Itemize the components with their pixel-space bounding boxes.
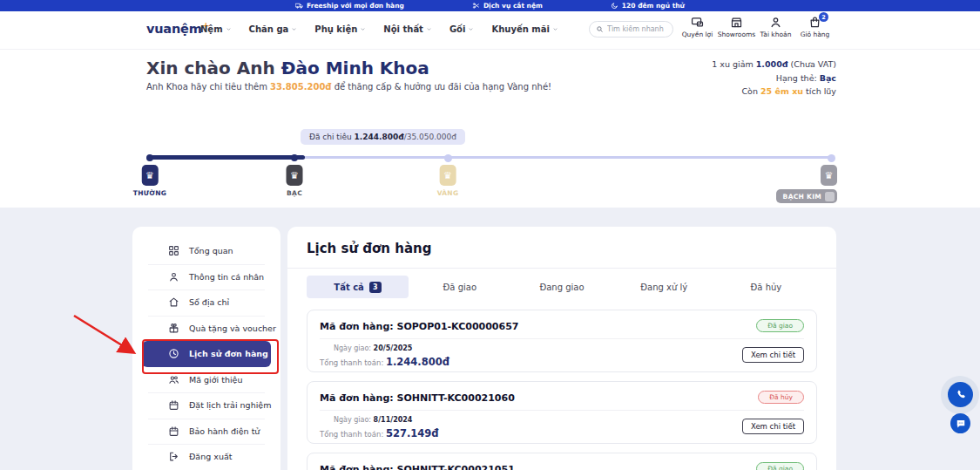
- order-status-badge: Đã giao: [756, 319, 804, 332]
- order-card-header: Mã đơn hàng: SOHNITT-KC00021060 Đã hủy: [320, 391, 804, 404]
- tier-bac: ♛BẠC: [287, 165, 303, 197]
- sidebar-item-qua-tang-va-voucher[interactable]: Quà tặng và voucher: [132, 316, 280, 342]
- sidebar-item-ma-gioi-thieu[interactable]: Mã giới thiệu: [132, 367, 280, 393]
- nav-item-label: Chăn ga: [249, 24, 289, 34]
- home-icon: [168, 296, 179, 308]
- header-action-showrooms[interactable]: Showrooms: [717, 16, 756, 38]
- sidebar-item-tong-quan[interactable]: Tổng quan: [132, 238, 280, 264]
- sidebar-item-dat-lich-trai-nghiem[interactable]: Đặt lịch trải nghiệm: [132, 392, 280, 419]
- phone-button[interactable]: [948, 382, 973, 407]
- sidebar-item-dang-xuat[interactable]: Đăng xuất: [132, 444, 280, 470]
- account-sidebar: Tổng quanThông tin cá nhânSổ địa chỉQuà …: [132, 227, 280, 470]
- chevron-down-icon: [468, 26, 474, 32]
- tab-dang-giao[interactable]: Đang giao: [510, 276, 612, 298]
- nav-item-goi[interactable]: Gối: [449, 24, 475, 34]
- view-detail-button[interactable]: Xem chi tiết: [742, 347, 804, 363]
- nav-item-label: Phụ kiện: [314, 24, 357, 34]
- order-card-divider: [320, 338, 804, 339]
- nav-item-khuyen-mai[interactable]: Khuyến mãi: [491, 24, 558, 34]
- tab-da-giao[interactable]: Đã giao: [409, 276, 510, 298]
- sidebar-item-lich-su-don-hang[interactable]: Lịch sử đơn hàng: [142, 341, 271, 367]
- chat-icon: [956, 419, 966, 429]
- view-detail-button[interactable]: Xem chi tiết: [742, 419, 804, 434]
- gift-icon: [168, 323, 179, 334]
- order-code-value: SOHNITT-KC00021060: [397, 392, 515, 404]
- panel-title: Lịch sử đơn hàng: [307, 241, 817, 256]
- spent-prefix: Đã chi tiêu: [309, 133, 355, 141]
- order-code-label: Mã đơn hàng:: [320, 321, 394, 332]
- tier-value: Bạc: [820, 73, 836, 83]
- card-icon: [691, 16, 704, 29]
- cart-count-badge: 2: [819, 12, 828, 22]
- topbar-item-label: 120 đêm ngủ thử: [622, 2, 685, 10]
- tier-name: VÀNG: [437, 189, 459, 197]
- total-label: Tổng thanh toán:: [320, 430, 383, 439]
- sidebar-item-label: Đặt lịch trải nghiệm: [189, 400, 271, 410]
- tier-dot-vang: [444, 154, 452, 162]
- chevron-down-icon: [552, 26, 558, 32]
- membership-summary: 1 xu giảm 1.000đ (Chưa VAT) Hạng thẻ: Bạ…: [712, 58, 836, 99]
- nav-item-noi-that[interactable]: Nội thất: [383, 24, 432, 34]
- tab-dang-xu-ly[interactable]: Đang xử lý: [613, 276, 715, 298]
- order-code-label: Mã đơn hàng:: [320, 464, 394, 470]
- sidebar-item-bao-hanh-dien-tu[interactable]: Bảo hành điện tử: [132, 419, 280, 445]
- tier-crown-icon: ♛: [287, 165, 303, 186]
- sidebar-item-so-dia-chi[interactable]: Sổ địa chỉ: [132, 289, 280, 316]
- sidebar-item-label: Sổ địa chỉ: [189, 297, 229, 307]
- greeting-prefix: Xin chào Anh: [146, 58, 281, 78]
- order-card-header: Mã đơn hàng: SOPOP01-KC00000657 Đã giao: [320, 319, 804, 332]
- tier-crown-icon: ♛: [821, 165, 837, 186]
- calendar-icon: [168, 426, 179, 437]
- nav-item-label: Nội thất: [383, 24, 423, 34]
- topbar-item-label: Dịch vụ cắt nệm: [483, 2, 543, 10]
- header-action-quyen-loi[interactable]: Quyền lợi: [678, 16, 717, 38]
- order-status-badge: Đã giao: [756, 462, 804, 470]
- tier-name: THƯỜNG: [133, 189, 166, 197]
- greeting-subtitle: Anh Khoa hãy chi tiêu thêm 33.805.200đ đ…: [146, 82, 551, 92]
- clock-icon: [168, 348, 179, 359]
- tab-da-huy[interactable]: Đã hủy: [715, 276, 817, 298]
- order-code-label: Mã đơn hàng:: [320, 392, 394, 404]
- scissors-icon: [472, 2, 480, 10]
- points-suffix: tích lũy: [803, 86, 836, 96]
- order-card: Mã đơn hàng: SOPOP01-KC00000657 Đã giao …: [307, 310, 817, 372]
- delivery-date-label: Ngày giao:: [334, 416, 371, 424]
- header-action-label: Showrooms: [718, 31, 756, 38]
- tier-crown-icon: ♛: [141, 165, 158, 186]
- chevron-down-icon: [426, 26, 432, 32]
- header-action-gio-hang[interactable]: 2Giỏ hàng: [795, 16, 835, 38]
- chevron-down-icon: [226, 26, 232, 32]
- topbar-item-label: Freeship với mọi đơn hàng: [307, 2, 404, 10]
- coin-suffix: (Chưa VAT): [788, 59, 836, 69]
- tab-label: Đang giao: [539, 283, 584, 292]
- tier-dot-bac: [291, 154, 298, 161]
- chat-button[interactable]: [950, 413, 970, 433]
- sidebar-item-label: Lịch sử đơn hàng: [189, 349, 268, 358]
- moon-icon: [611, 2, 618, 10]
- nav-item-chan-ga[interactable]: Chăn ga: [249, 24, 298, 34]
- order-code: Mã đơn hàng: SOHNITT-KC00021060: [320, 391, 515, 404]
- points-line: Còn 25 êm xu tích lũy: [712, 85, 836, 99]
- order-code-value: SOPOP01-KC00000657: [397, 321, 519, 332]
- tier-bach-kim: ♛BẠCH KIM: [776, 165, 837, 203]
- page-greeting: Xin chào Anh Đào Minh Khoa: [146, 58, 429, 78]
- nav-item-nem[interactable]: Nệm: [200, 24, 232, 34]
- nav-item-label: Khuyến mãi: [491, 24, 549, 34]
- logout-icon: [168, 451, 179, 462]
- header: vuanệm+ NệmChăn gaPhụ kiệnNội thấtGốiKhu…: [0, 11, 980, 50]
- tier-progress-fill: [150, 155, 305, 160]
- nav-item-phu-kien[interactable]: Phụ kiện: [314, 24, 366, 34]
- phone-icon: [955, 389, 967, 401]
- search-input[interactable]: [607, 25, 666, 33]
- order-card-divider: [320, 410, 804, 411]
- header-action-label: Quyền lợi: [682, 31, 713, 38]
- greeting-name: Đào Minh Khoa: [281, 58, 429, 78]
- order-card: Mã đơn hàng: SOHNITT-KC00021051 Đã giao …: [307, 453, 817, 470]
- header-action-tai-khoan[interactable]: Tài khoản: [756, 16, 795, 38]
- tab-tat-ca[interactable]: Tất cả3: [307, 276, 409, 298]
- sidebar-item-thong-tin-ca-nhan[interactable]: Thông tin cá nhân: [132, 264, 280, 290]
- search-box[interactable]: [589, 21, 673, 37]
- order-total: Tổng thanh toán: 1.244.800đ: [320, 356, 804, 368]
- order-history-panel: Lịch sử đơn hàng Tất cả3Đã giaoĐang giao…: [287, 227, 836, 470]
- tab-label: Đã hủy: [751, 283, 782, 292]
